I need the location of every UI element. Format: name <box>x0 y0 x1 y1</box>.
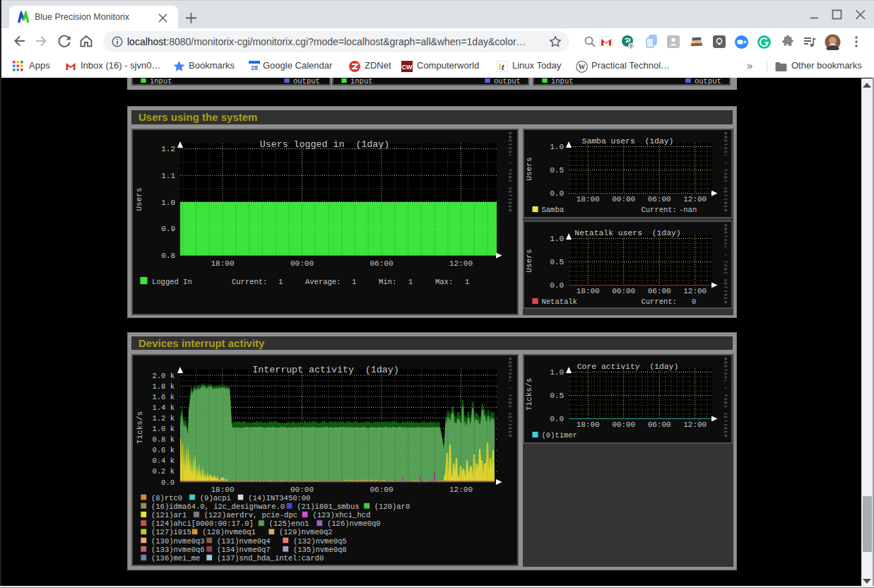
svg-text:(130)nvme0q3: (130)nvme0q3 <box>151 537 205 546</box>
svg-text:1.0: 1.0 <box>550 368 564 377</box>
svg-text:(127)i915: (127)i915 <box>151 528 191 536</box>
svg-text:input: input <box>551 78 574 84</box>
svg-text:1.1: 1.1 <box>161 172 175 180</box>
svg-text:06:00: 06:00 <box>370 486 393 494</box>
svg-text:input: input <box>150 78 172 84</box>
svg-text:(123)xhci_hcd: (123)xhci_hcd <box>312 511 370 519</box>
svg-text:00:00: 00:00 <box>612 421 635 429</box>
svg-text:Current:: Current: <box>642 298 677 306</box>
svg-text:1: 1 <box>408 278 413 286</box>
svg-text:1.4 k: 1.4 k <box>152 404 175 412</box>
svg-text:Ticks/s: Ticks/s <box>525 378 533 411</box>
svg-text:0.5: 0.5 <box>550 166 564 175</box>
svg-text:Samba: Samba <box>542 206 565 214</box>
svg-text:0.9: 0.9 <box>161 225 175 233</box>
svg-text:input: input <box>350 78 373 84</box>
svg-text:(124)ahci[0000:00:17.0]: (124)ahci[0000:00:17.0] <box>151 519 254 528</box>
svg-text:1.2: 1.2 <box>161 145 175 153</box>
svg-text:0.8 k: 0.8 k <box>152 435 175 444</box>
svg-text:1.8 k: 1.8 k <box>152 382 175 391</box>
svg-text:(129)nvme0q2: (129)nvme0q2 <box>279 528 333 536</box>
svg-text:Max:: Max: <box>435 278 453 286</box>
svg-text:1: 1 <box>352 278 356 286</box>
svg-text:0: 0 <box>692 298 696 306</box>
svg-text:Interrupt activity (1day): Interrupt activity (1day) <box>252 365 398 375</box>
svg-text:RRDTOOL / TOBI OETIKER: RRDTOOL / TOBI OETIKER <box>723 358 728 438</box>
svg-text:(126)nvme0q0: (126)nvme0q0 <box>327 519 381 528</box>
svg-text:RRDTOOL / TOBI OETIKER: RRDTOOL / TOBI OETIKER <box>507 358 512 438</box>
svg-text:0.2 k: 0.2 k <box>152 467 175 476</box>
svg-text:(125)eno1: (125)eno1 <box>269 519 309 528</box>
svg-text:?: ? <box>630 44 632 49</box>
svg-text:(21)i801_smbus: (21)i801_smbus <box>297 502 359 511</box>
svg-text:RRDTOOL / TOBI OETIKER: RRDTOOL / TOBI OETIKER <box>507 132 512 213</box>
svg-text:Current:: Current: <box>642 206 677 214</box>
svg-text:Average:: Average: <box>305 278 341 286</box>
svg-text:(134)nvme0q7: (134)nvme0q7 <box>217 546 271 554</box>
svg-text:12:00: 12:00 <box>683 195 707 204</box>
svg-text:1: 1 <box>465 278 469 286</box>
svg-text:0.0: 0.0 <box>550 415 564 423</box>
svg-text:18:00: 18:00 <box>211 486 234 494</box>
svg-text:18:00: 18:00 <box>577 421 600 429</box>
svg-text:12:00: 12:00 <box>449 259 473 268</box>
svg-text:(16)idma64.0, i2c_designware.0: (16)idma64.0, i2c_designware.0 <box>151 502 285 511</box>
svg-text:Current:: Current: <box>232 278 267 286</box>
svg-text:06:00: 06:00 <box>648 195 671 204</box>
svg-text:(121)ar1: (121)ar1 <box>151 511 187 519</box>
svg-text:0.4 k: 0.4 k <box>152 457 175 465</box>
svg-text:output: output <box>494 78 521 84</box>
svg-text:06:00: 06:00 <box>648 421 671 429</box>
svg-text:(132)nvme0q5: (132)nvme0q5 <box>293 537 347 546</box>
svg-text:00:00: 00:00 <box>290 259 314 268</box>
svg-text:output: output <box>695 78 721 84</box>
svg-text:(9)acpi: (9)acpi <box>200 494 231 502</box>
svg-text:Users: Users <box>525 157 533 180</box>
svg-text:0.5: 0.5 <box>550 258 564 266</box>
svg-text:(14)INT3450:00: (14)INT3450:00 <box>248 494 310 502</box>
svg-text:1.0: 1.0 <box>550 235 564 243</box>
svg-text:1.6 k: 1.6 k <box>152 393 175 401</box>
svg-text:Netatalk users (1day): Netatalk users (1day) <box>574 229 680 237</box>
svg-text:0.8: 0.8 <box>161 252 175 260</box>
svg-text:1.0 k: 1.0 k <box>152 425 175 433</box>
svg-text:18:00: 18:00 <box>577 287 600 295</box>
svg-text:Samba users (1day): Samba users (1day) <box>582 137 674 146</box>
svg-text:W: W <box>579 63 586 71</box>
svg-text:00:00: 00:00 <box>612 195 635 204</box>
svg-text:CW: CW <box>402 64 413 71</box>
svg-text:(135)nvme0q8: (135)nvme0q8 <box>293 546 347 554</box>
svg-text:-nan: -nan <box>679 206 697 214</box>
svg-text:28: 28 <box>251 64 258 71</box>
svg-text:00:00: 00:00 <box>290 486 314 494</box>
svg-text:Logged In: Logged In <box>152 278 192 286</box>
svg-text:18:00: 18:00 <box>577 195 600 204</box>
svg-text:output: output <box>293 78 320 84</box>
svg-text:Users logged in (1day): Users logged in (1day) <box>260 139 390 150</box>
svg-text:06:00: 06:00 <box>370 259 393 268</box>
svg-text:(133)nvme0q6: (133)nvme0q6 <box>151 546 205 554</box>
svg-text:06:00: 06:00 <box>648 287 671 295</box>
svg-text:(122)aerdrv, pcie-dpc: (122)aerdrv, pcie-dpc <box>204 511 297 519</box>
svg-text:12:00: 12:00 <box>683 421 707 429</box>
svg-text:12:00: 12:00 <box>449 486 473 494</box>
svg-text:Ticks/s: Ticks/s <box>136 411 144 444</box>
svg-text:1: 1 <box>278 278 283 286</box>
svg-text:Users: Users <box>525 249 533 272</box>
svg-text:Users: Users <box>135 187 143 211</box>
svg-text:RRDTOOL / TOBI OETIKER: RRDTOOL / TOBI OETIKER <box>723 224 728 305</box>
svg-text:18:00: 18:00 <box>211 259 234 268</box>
svg-text:0.0: 0.0 <box>161 478 175 487</box>
svg-text:(120)ar0: (120)ar0 <box>374 502 410 511</box>
svg-text:2.0 k: 2.0 k <box>152 372 175 380</box>
svg-text:1.2 k: 1.2 k <box>152 414 175 423</box>
svg-text:Netatalk: Netatalk <box>542 298 577 306</box>
svg-text:0.0: 0.0 <box>550 281 564 290</box>
svg-text:0.0: 0.0 <box>550 189 564 198</box>
svg-text:00:00: 00:00 <box>612 287 635 295</box>
svg-text:0.5: 0.5 <box>550 392 564 400</box>
svg-text:0.6 k: 0.6 k <box>152 446 175 454</box>
svg-text:1.0: 1.0 <box>550 143 564 151</box>
svg-text:12:00: 12:00 <box>683 287 707 295</box>
svg-text:(131)nvme0q4: (131)nvme0q4 <box>217 537 271 546</box>
